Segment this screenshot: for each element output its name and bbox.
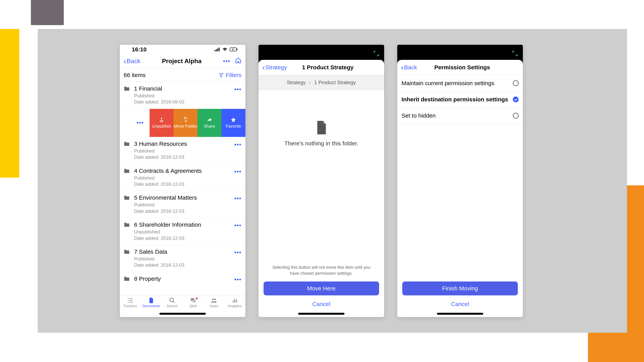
share-action[interactable]: Share bbox=[198, 109, 222, 137]
filter-icon bbox=[219, 73, 224, 78]
svg-point-14 bbox=[212, 299, 214, 300]
list-item[interactable]: 4 Contracts & Agreements Published Date … bbox=[120, 164, 246, 191]
svg-rect-8 bbox=[128, 300, 129, 301]
item-date: Date added: 2018-08-03 bbox=[134, 99, 234, 105]
expand-icon[interactable] bbox=[512, 50, 518, 56]
list-item[interactable]: 5 Environmental Matters Published Date a… bbox=[120, 191, 246, 218]
favorite-label: Favorite bbox=[226, 124, 241, 129]
unpublish-action[interactable]: Unpublish bbox=[150, 109, 174, 137]
empty-state: There's nothing in this folder. bbox=[258, 90, 384, 265]
back-button[interactable]: ‹ Back bbox=[401, 63, 417, 72]
item-status: Published bbox=[134, 202, 234, 208]
home-button[interactable] bbox=[235, 57, 242, 65]
option-label: Maintain current permission settings bbox=[402, 80, 513, 86]
svg-point-15 bbox=[214, 299, 216, 300]
list-item[interactable]: 6 Shareholder Information Unpublished Da… bbox=[120, 218, 246, 245]
home-indicator[interactable] bbox=[437, 313, 483, 315]
row-more-button[interactable]: ••• bbox=[234, 195, 242, 202]
list-item[interactable]: 3 Human Resources Published Date added: … bbox=[120, 137, 246, 164]
option-inherit[interactable]: Inherit destination permission settings bbox=[397, 91, 523, 107]
decorative-block-yellow bbox=[0, 29, 19, 178]
svg-rect-6 bbox=[128, 298, 129, 299]
tab-label: Trackers bbox=[124, 304, 137, 308]
tab-label: Analytics bbox=[228, 304, 242, 308]
file-icon bbox=[316, 121, 327, 134]
swiped-row-lead[interactable]: ••• bbox=[120, 109, 150, 137]
item-name: 3 Human Resources bbox=[134, 141, 234, 147]
phone-move-destination: ‹ Strategy 1 Product Strategy Strategy ›… bbox=[258, 45, 384, 317]
cancel-button[interactable]: Cancel bbox=[264, 299, 379, 311]
folder-icon bbox=[124, 249, 130, 254]
folder-icon bbox=[124, 141, 130, 146]
home-indicator[interactable] bbox=[298, 313, 344, 315]
document-list[interactable]: 1 Financial Published Date added: 2018-0… bbox=[120, 82, 246, 296]
tab-users[interactable]: Users bbox=[204, 298, 224, 317]
favorite-action[interactable]: Favorite bbox=[222, 109, 246, 137]
page-title: Project Alpha bbox=[140, 57, 223, 65]
sheet-header: ‹ Strategy 1 Product Strategy bbox=[258, 60, 384, 75]
finish-moving-button[interactable]: Finish Moving bbox=[402, 282, 518, 295]
tab-trackers[interactable]: Trackers bbox=[120, 298, 141, 317]
trackers-icon bbox=[127, 298, 134, 303]
svg-rect-11 bbox=[130, 302, 133, 303]
back-label: Back bbox=[404, 64, 417, 71]
filters-button[interactable]: Filters bbox=[219, 72, 242, 78]
chevron-left-icon: ‹ bbox=[124, 57, 126, 65]
more-button[interactable]: ••• bbox=[223, 58, 230, 64]
option-maintain[interactable]: Maintain current permission settings bbox=[397, 75, 523, 91]
list-item[interactable]: 1 Financial Published Date added: 2018-0… bbox=[120, 82, 246, 109]
row-more-button[interactable]: ••• bbox=[234, 86, 242, 93]
move-folder-label: Move Folder bbox=[174, 124, 197, 129]
radio-unchecked-icon bbox=[513, 80, 518, 86]
folder-icon bbox=[124, 276, 130, 281]
tab-label: Documents bbox=[142, 304, 160, 308]
row-more-button[interactable]: ••• bbox=[234, 276, 242, 283]
svg-rect-16 bbox=[233, 300, 234, 303]
row-more-button[interactable]: ••• bbox=[234, 168, 242, 175]
list-item[interactable]: 7 Sales Data Published Date added: 2018-… bbox=[120, 245, 246, 272]
tab-label: Q&A bbox=[189, 304, 197, 308]
folder-icon bbox=[124, 195, 130, 200]
row-more-button[interactable]: ••• bbox=[234, 249, 242, 256]
item-date: Date added: 2018-12-03 bbox=[134, 154, 234, 160]
item-name: 4 Contracts & Agreements bbox=[134, 168, 234, 174]
svg-rect-3 bbox=[219, 47, 220, 51]
share-label: Share bbox=[204, 124, 215, 129]
phone-documents-list: 16:10 ‹ Back Project Alpha ••• 66 items bbox=[120, 45, 246, 317]
list-item[interactable]: 8 Property ••• bbox=[120, 272, 246, 285]
status-bar: 16:10 bbox=[120, 45, 246, 54]
video-backdrop bbox=[258, 45, 384, 62]
svg-rect-0 bbox=[215, 50, 216, 51]
expand-icon[interactable] bbox=[373, 50, 379, 56]
search-icon bbox=[169, 298, 176, 303]
move-folder-action[interactable]: Move Folder bbox=[174, 109, 198, 137]
svg-rect-7 bbox=[130, 298, 133, 299]
item-name: 1 Financial bbox=[134, 85, 234, 92]
breadcrumb-root[interactable]: Strategy bbox=[287, 79, 306, 85]
tab-label: Users bbox=[210, 304, 218, 308]
radio-unchecked-icon bbox=[513, 113, 518, 118]
move-here-button[interactable]: Move Here bbox=[264, 282, 379, 295]
signal-icon bbox=[214, 47, 220, 51]
breadcrumb-current: 1 Product Strategy bbox=[314, 79, 356, 85]
tab-label: Search bbox=[166, 304, 178, 308]
chevron-left-icon: ‹ bbox=[401, 63, 404, 72]
row-more-button[interactable]: ••• bbox=[136, 119, 144, 126]
svg-line-13 bbox=[173, 301, 175, 303]
list-item-swiped: ••• Unpublish Move Folder Share Favorite bbox=[120, 109, 246, 137]
svg-rect-17 bbox=[234, 299, 235, 303]
home-indicator[interactable] bbox=[160, 313, 206, 315]
qa-icon bbox=[190, 298, 196, 303]
row-more-button[interactable]: ••• bbox=[234, 141, 242, 148]
row-more-button[interactable]: ••• bbox=[234, 222, 242, 229]
analytics-icon bbox=[232, 298, 238, 303]
svg-rect-1 bbox=[216, 49, 217, 51]
back-button[interactable]: ‹ Back bbox=[124, 57, 140, 65]
tab-documents[interactable]: Documents bbox=[141, 298, 162, 317]
item-name: 5 Environmental Matters bbox=[134, 194, 234, 201]
svg-rect-5 bbox=[237, 49, 238, 50]
cancel-button[interactable]: Cancel bbox=[402, 299, 518, 311]
back-button[interactable]: ‹ Strategy bbox=[262, 63, 287, 72]
option-hidden[interactable]: Set to hidden bbox=[397, 107, 523, 124]
tab-analytics[interactable]: Analytics bbox=[224, 298, 246, 317]
